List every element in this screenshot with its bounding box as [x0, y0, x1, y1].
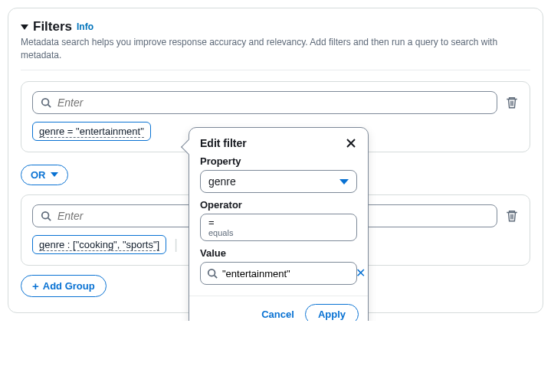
search-icon — [41, 211, 51, 221]
svg-line-3 — [48, 217, 51, 220]
filter-chip[interactable]: genre = "entertainment" — [32, 122, 151, 141]
value-input-box[interactable]: ✕ — [200, 262, 357, 285]
trash-icon[interactable] — [505, 96, 519, 109]
property-value: genre — [208, 175, 236, 188]
svg-line-7 — [215, 276, 218, 279]
add-group-label: Add Group — [43, 280, 95, 292]
chevron-down-icon — [339, 179, 349, 185]
filter-search-box[interactable] — [32, 91, 497, 114]
chevron-down-icon — [51, 172, 58, 177]
svg-point-0 — [42, 98, 49, 105]
filters-panel: Filters Info Metadata search helps you i… — [8, 8, 543, 313]
filter-chip-text: genre = "entertainment" — [39, 126, 144, 138]
svg-point-2 — [42, 211, 49, 218]
operator-name: equals — [208, 228, 233, 237]
filter-search-input[interactable] — [57, 96, 489, 109]
filter-chip-text: genre : ["cooking", "sports"] — [39, 239, 159, 251]
or-label: OR — [31, 169, 46, 181]
operator-label: Operator — [200, 199, 357, 211]
svg-line-1 — [48, 104, 51, 107]
value-label: Value — [200, 247, 357, 259]
value-input[interactable] — [222, 268, 351, 279]
filters-header: Filters Info — [21, 19, 530, 34]
divider — [21, 70, 530, 70]
popover-title: Edit filter — [200, 137, 247, 149]
cancel-button[interactable]: Cancel — [261, 309, 294, 320]
add-group-button[interactable]: + Add Group — [21, 275, 107, 297]
clear-icon[interactable]: ✕ — [356, 267, 366, 279]
operator-symbol: = — [208, 217, 233, 228]
info-link[interactable]: Info — [77, 21, 93, 32]
trash-icon[interactable] — [505, 209, 519, 223]
search-icon — [41, 97, 51, 108]
svg-point-6 — [208, 270, 215, 276]
collapse-caret-icon[interactable] — [21, 24, 28, 30]
plus-icon: + — [32, 280, 39, 292]
operator-select[interactable]: = equals — [200, 214, 357, 241]
filter-chip[interactable]: genre : ["cooking", "sports"] — [32, 235, 166, 254]
property-label: Property — [200, 155, 357, 167]
apply-button[interactable]: Apply — [305, 304, 359, 320]
edit-filter-popover: Edit filter Property genre Operator = eq… — [189, 127, 369, 321]
chip-separator: | — [174, 237, 178, 253]
search-icon — [207, 268, 218, 279]
property-select[interactable]: genre — [200, 170, 357, 193]
close-icon[interactable] — [345, 137, 357, 149]
filters-description: Metadata search helps you improve respon… — [21, 36, 530, 62]
or-connector-button[interactable]: OR — [21, 165, 68, 185]
filters-title: Filters — [33, 19, 72, 34]
